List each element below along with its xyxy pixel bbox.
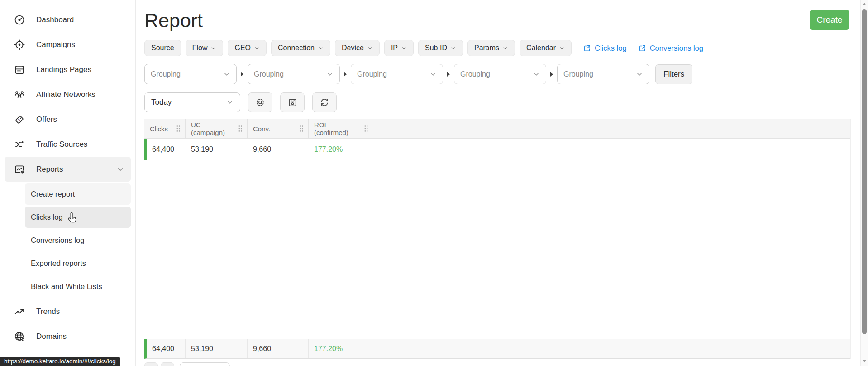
sidebar-item-traffic-sources[interactable]: Traffic Sources	[0, 132, 135, 157]
link-label: Conversions log	[650, 44, 703, 53]
column-header-roi-confirmed[interactable]: ROI (confirmed)	[309, 119, 373, 138]
cell-clicks: 64,400	[147, 145, 186, 154]
scroll-down-arrow-icon[interactable]	[863, 360, 866, 362]
column-header-conv[interactable]: Conv.	[248, 119, 309, 138]
save-report-button[interactable]	[280, 92, 305, 112]
sidebar-item-clicks-log[interactable]: Clicks log	[25, 207, 131, 228]
sub-item-label: Create report	[31, 190, 75, 198]
pagination-next-button[interactable]	[161, 362, 174, 366]
cell-uc-campaign: 53,190	[186, 145, 248, 154]
grouping-select-2[interactable]: Grouping	[248, 64, 340, 84]
create-button[interactable]: Create	[810, 10, 849, 30]
chevron-down-icon	[636, 71, 643, 78]
scrollbar-thumb[interactable]	[862, 9, 867, 334]
chevron-down-icon	[226, 99, 234, 106]
drag-handle-icon[interactable]	[238, 125, 243, 132]
grouping-placeholder: Grouping	[563, 70, 593, 78]
filter-chip-flow[interactable]: Flow	[186, 40, 224, 56]
footer-cell-uc-campaign: 53,190	[186, 339, 248, 358]
svg-text:$: $	[18, 117, 20, 122]
chip-label: Connection	[278, 44, 315, 52]
link-preview-statusbar: https://demo.keitaro.io/admin/#!/clicks/…	[0, 357, 120, 366]
report-table: Clicks UC (campaign) Conv. ROI (confirme…	[144, 119, 851, 359]
filter-chip-geo[interactable]: GEO	[228, 40, 267, 56]
reports-subnav: Create report Clicks log Conversions log…	[0, 183, 135, 297]
sidebar-item-conversions-log[interactable]: Conversions log	[25, 230, 131, 251]
affiliate-networks-icon	[14, 89, 25, 101]
campaigns-icon	[14, 39, 25, 51]
grouping-select-3[interactable]: Grouping	[351, 64, 443, 84]
pagination-prev-button[interactable]	[144, 362, 158, 366]
arrow-right-icon	[344, 72, 347, 77]
filter-chip-ip[interactable]: IP	[384, 40, 414, 56]
sub-item-label: Black and White Lists	[31, 282, 102, 291]
filter-chip-params[interactable]: Params	[467, 40, 515, 56]
arrow-right-icon	[550, 72, 553, 77]
footer-cell-clicks: 64,400	[147, 339, 186, 358]
external-link-icon	[583, 44, 591, 52]
conversions-log-link[interactable]: Conversions log	[639, 44, 703, 53]
chip-label: Source	[151, 44, 174, 52]
page-size-select[interactable]	[180, 362, 230, 366]
domains-globe-icon	[14, 331, 25, 342]
sidebar-item-label: Dashboard	[36, 15, 74, 24]
filter-chip-device[interactable]: Device	[335, 40, 380, 56]
sidebar-item-offers[interactable]: $ Offers	[0, 107, 135, 132]
column-header-uc-campaign[interactable]: UC (campaign)	[186, 119, 248, 138]
sub-item-label: Conversions log	[31, 236, 84, 245]
chevron-down-icon	[254, 45, 260, 51]
grouping-select-5[interactable]: Grouping	[557, 64, 649, 84]
filter-chip-sub-id[interactable]: Sub ID	[418, 40, 463, 56]
chevron-down-icon	[502, 45, 508, 51]
chevron-down-icon	[367, 45, 373, 51]
sub-item-label: Exported reports	[31, 259, 86, 268]
sidebar-item-dashboard[interactable]: Dashboard	[0, 7, 135, 32]
filter-chip-source[interactable]: Source	[144, 40, 181, 56]
chip-label: IP	[391, 44, 398, 52]
footer-cell-filler	[373, 339, 850, 358]
sidebar-item-reports[interactable]: Reports	[5, 157, 131, 182]
scroll-up-arrow-icon[interactable]	[863, 3, 866, 5]
grouping-select-4[interactable]: Grouping	[454, 64, 546, 84]
chevron-down-icon	[210, 45, 216, 51]
refresh-button[interactable]	[312, 92, 337, 112]
gear-icon	[255, 97, 266, 108]
drag-handle-icon[interactable]	[176, 125, 181, 132]
sidebar-item-affiliate-networks[interactable]: Affiliate Networks	[0, 82, 135, 107]
chip-label: Params	[474, 44, 499, 52]
chevron-down-icon	[318, 45, 324, 51]
drag-handle-icon[interactable]	[364, 125, 368, 132]
table-row[interactable]: 64,400 53,190 9,660 177.20%	[144, 139, 850, 160]
sidebar-item-campaigns[interactable]: Campaigns	[0, 32, 135, 57]
settings-button[interactable]	[248, 92, 272, 112]
trends-icon	[14, 306, 25, 318]
table-empty-area	[144, 160, 850, 339]
chevron-down-icon	[223, 71, 230, 78]
sidebar-item-exported-reports[interactable]: Exported reports	[25, 253, 131, 274]
sidebar-item-black-white-lists[interactable]: Black and White Lists	[25, 276, 131, 297]
filter-chip-calendar[interactable]: Calendar	[520, 40, 572, 56]
page-title: Report	[144, 9, 851, 32]
chip-label: Sub ID	[425, 44, 447, 52]
sidebar-item-label: Domains	[36, 332, 67, 341]
drag-handle-icon[interactable]	[299, 125, 304, 132]
offers-tag-icon: $	[14, 114, 25, 125]
sidebar-item-trends[interactable]: Trends	[0, 299, 135, 324]
column-header-clicks[interactable]: Clicks	[144, 119, 186, 138]
column-header-filler	[373, 119, 850, 138]
sidebar-item-domains[interactable]: Domains	[0, 324, 135, 349]
clicks-log-link[interactable]: Clicks log	[583, 44, 627, 53]
date-range-value: Today	[151, 98, 172, 107]
refresh-icon	[319, 97, 330, 108]
sidebar-item-landings-pages[interactable]: Landings Pages	[0, 57, 135, 82]
date-range-select[interactable]: Today	[144, 92, 240, 112]
pagination-bar	[144, 362, 851, 366]
chip-label: Calendar	[526, 44, 556, 52]
vertical-scrollbar[interactable]	[860, 0, 868, 366]
filters-button[interactable]: Filters	[655, 64, 692, 84]
sidebar-item-label: Landings Pages	[36, 65, 91, 74]
grouping-select-1[interactable]: Grouping	[144, 64, 237, 84]
sidebar-item-create-report[interactable]: Create report	[25, 183, 131, 205]
chip-label: Flow	[192, 44, 208, 52]
filter-chip-connection[interactable]: Connection	[271, 40, 330, 56]
